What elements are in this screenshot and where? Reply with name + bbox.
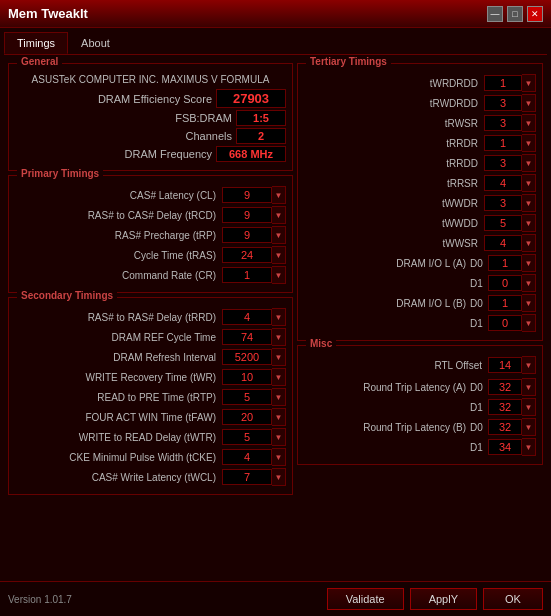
secondary-input-2[interactable]: [222, 349, 272, 365]
rtl-a-label: Round Trip Latency (A): [304, 382, 470, 393]
tertiary-arrow-5[interactable]: ▼: [522, 174, 536, 192]
tertiary-timing-row-0: tWRDRDD ▼: [304, 74, 536, 92]
ok-button[interactable]: OK: [483, 588, 543, 610]
secondary-arrow-6[interactable]: ▼: [272, 428, 286, 446]
maximize-button[interactable]: □: [507, 6, 523, 22]
tertiary-input-3[interactable]: [484, 135, 522, 151]
dram-io-a-d0-arrow[interactable]: ▼: [522, 254, 536, 272]
secondary-label-2: DRAM Refresh Interval: [15, 352, 222, 363]
tertiary-arrow-8[interactable]: ▼: [522, 234, 536, 252]
secondary-timing-row-7: CKE Minimul Pulse Width (tCKE) ▼: [15, 448, 286, 466]
tab-bar: Timings About: [4, 32, 547, 55]
tab-about[interactable]: About: [68, 32, 123, 54]
tertiary-arrow-4[interactable]: ▼: [522, 154, 536, 172]
tertiary-label-1: tRWDRDD: [304, 98, 484, 109]
primary-input-0[interactable]: [222, 187, 272, 203]
primary-timings-title: Primary Timings: [17, 168, 103, 179]
primary-arrow-1[interactable]: ▼: [272, 206, 286, 224]
secondary-arrow-0[interactable]: ▼: [272, 308, 286, 326]
primary-timing-row-1: RAS# to CAS# Delay (tRCD) ▼: [15, 206, 286, 224]
tertiary-timing-row-8: tWWSR ▼: [304, 234, 536, 252]
rtl-offset-arrow[interactable]: ▼: [522, 356, 536, 374]
secondary-arrow-4[interactable]: ▼: [272, 388, 286, 406]
tertiary-label-5: tRRSR: [304, 178, 484, 189]
dram-io-a-row: DRAM I/O L (A) D0 ▼: [304, 254, 536, 272]
primary-input-4[interactable]: [222, 267, 272, 283]
tertiary-label-8: tWWSR: [304, 238, 484, 249]
tertiary-input-5[interactable]: [484, 175, 522, 191]
dram-io-b-d1-arrow[interactable]: ▼: [522, 314, 536, 332]
primary-arrow-4[interactable]: ▼: [272, 266, 286, 284]
tertiary-label-4: tRRDD: [304, 158, 484, 169]
primary-input-2[interactable]: [222, 227, 272, 243]
tertiary-input-6[interactable]: [484, 195, 522, 211]
secondary-arrow-1[interactable]: ▼: [272, 328, 286, 346]
secondary-input-1[interactable]: [222, 329, 272, 345]
tertiary-input-0[interactable]: [484, 75, 522, 91]
secondary-arrow-5[interactable]: ▼: [272, 408, 286, 426]
secondary-input-5[interactable]: [222, 409, 272, 425]
tertiary-input-1[interactable]: [484, 95, 522, 111]
primary-arrow-0[interactable]: ▼: [272, 186, 286, 204]
secondary-timing-row-1: DRAM REF Cycle Time ▼: [15, 328, 286, 346]
secondary-input-3[interactable]: [222, 369, 272, 385]
primary-arrow-3[interactable]: ▼: [272, 246, 286, 264]
tertiary-arrow-1[interactable]: ▼: [522, 94, 536, 112]
rtl-b-d1-row: D1 ▼: [304, 438, 536, 456]
rtl-a-row: Round Trip Latency (A) D0 ▼: [304, 378, 536, 396]
rtl-b-d0-input[interactable]: [488, 419, 522, 435]
secondary-arrow-7[interactable]: ▼: [272, 448, 286, 466]
secondary-label-0: RAS# to RAS# Delay (tRRD): [15, 312, 222, 323]
rtl-offset-input[interactable]: [488, 357, 522, 373]
secondary-timing-row-0: RAS# to RAS# Delay (tRRD) ▼: [15, 308, 286, 326]
primary-input-1[interactable]: [222, 207, 272, 223]
dram-io-a-d1-label: D1: [470, 278, 488, 289]
close-button[interactable]: ✕: [527, 6, 543, 22]
dram-io-a-d1-arrow[interactable]: ▼: [522, 274, 536, 292]
secondary-label-3: WRITE Recovery Time (tWR): [15, 372, 222, 383]
tertiary-arrow-3[interactable]: ▼: [522, 134, 536, 152]
rtl-b-d0-arrow[interactable]: ▼: [522, 418, 536, 436]
tertiary-input-4[interactable]: [484, 155, 522, 171]
secondary-input-4[interactable]: [222, 389, 272, 405]
dram-io-a-d0-input[interactable]: [488, 255, 522, 271]
rtl-a-d1-arrow[interactable]: ▼: [522, 398, 536, 416]
secondary-timing-row-3: WRITE Recovery Time (tWR) ▼: [15, 368, 286, 386]
dram-io-b-d0-arrow[interactable]: ▼: [522, 294, 536, 312]
secondary-arrow-8[interactable]: ▼: [272, 468, 286, 486]
tertiary-arrow-0[interactable]: ▼: [522, 74, 536, 92]
secondary-arrow-3[interactable]: ▼: [272, 368, 286, 386]
secondary-input-8[interactable]: [222, 469, 272, 485]
tertiary-input-7[interactable]: [484, 215, 522, 231]
rtl-a-d0-input[interactable]: [488, 379, 522, 395]
primary-arrow-2[interactable]: ▼: [272, 226, 286, 244]
general-title: General: [17, 56, 62, 67]
primary-input-3[interactable]: [222, 247, 272, 263]
secondary-label-4: READ to PRE Time (tRTP): [15, 392, 222, 403]
secondary-input-6[interactable]: [222, 429, 272, 445]
secondary-label-8: CAS# Write Latency (tWCL): [15, 472, 222, 483]
tab-timings[interactable]: Timings: [4, 32, 68, 54]
secondary-input-0[interactable]: [222, 309, 272, 325]
dram-io-b-d1-input[interactable]: [488, 315, 522, 331]
validate-button[interactable]: Validate: [327, 588, 404, 610]
secondary-arrow-2[interactable]: ▼: [272, 348, 286, 366]
rtl-a-d1-input[interactable]: [488, 399, 522, 415]
dram-io-a-d1-input[interactable]: [488, 275, 522, 291]
secondary-input-7[interactable]: [222, 449, 272, 465]
title-bar: Mem TweakIt — □ ✕: [0, 0, 551, 28]
apply-button[interactable]: ApplY: [410, 588, 477, 610]
bottom-bar: Version 1.01.7 Validate ApplY OK: [0, 581, 551, 616]
rtl-b-d1-input[interactable]: [488, 439, 522, 455]
tertiary-input-8[interactable]: [484, 235, 522, 251]
minimize-button[interactable]: —: [487, 6, 503, 22]
rtl-a-d0-arrow[interactable]: ▼: [522, 378, 536, 396]
dram-io-b-d0-input[interactable]: [488, 295, 522, 311]
rtl-a-d1-row: D1 ▼: [304, 398, 536, 416]
tertiary-arrow-7[interactable]: ▼: [522, 214, 536, 232]
tertiary-input-2[interactable]: [484, 115, 522, 131]
rtl-b-d1-arrow[interactable]: ▼: [522, 438, 536, 456]
rtl-b-d0-label: D0: [470, 422, 488, 433]
tertiary-arrow-6[interactable]: ▼: [522, 194, 536, 212]
tertiary-arrow-2[interactable]: ▼: [522, 114, 536, 132]
